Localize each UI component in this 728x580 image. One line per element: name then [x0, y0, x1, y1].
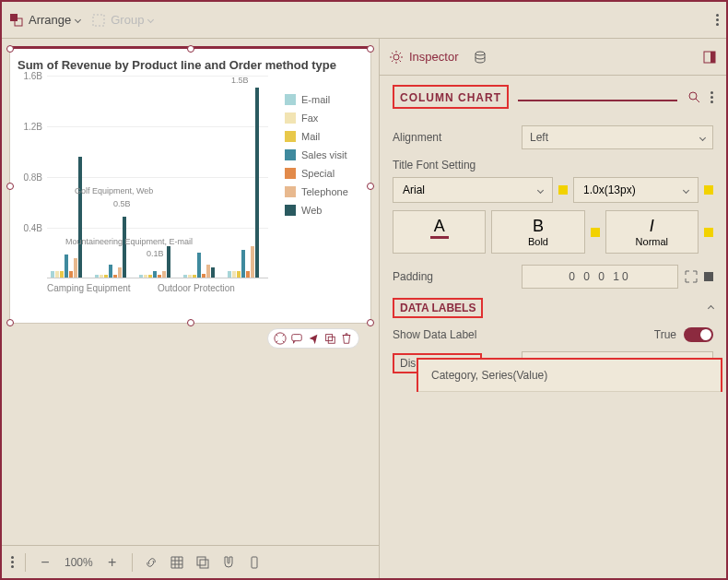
italic-button[interactable]: INormal [605, 210, 699, 254]
data-labels-section[interactable]: DATA LABELS [393, 298, 483, 318]
zoom-level: 100% [65, 556, 93, 569]
arrange-button[interactable]: Arrange [9, 13, 80, 28]
zoom-out-button[interactable]: − [37, 554, 53, 571]
resize-handle[interactable] [367, 183, 374, 190]
bar [228, 271, 231, 278]
bar [167, 246, 170, 278]
resize-handle[interactable] [367, 45, 374, 53]
panel-toggle-icon[interactable] [702, 50, 717, 65]
legend-label: Special [301, 168, 335, 179]
color-swatch[interactable] [591, 228, 600, 237]
database-icon[interactable] [473, 50, 487, 65]
bar [251, 246, 254, 278]
magnet-icon[interactable] [221, 555, 236, 570]
search-icon[interactable] [687, 89, 701, 104]
gear-icon [389, 50, 404, 65]
grid-icon[interactable] [170, 555, 184, 570]
bar [100, 275, 103, 278]
group-button[interactable]: Group [91, 13, 153, 28]
legend-label: Sales visit [301, 149, 347, 160]
bar [69, 271, 73, 278]
chevron-up-icon[interactable] [708, 304, 714, 311]
bar [153, 271, 157, 278]
svg-rect-8 [200, 560, 208, 568]
expand-icon[interactable] [684, 269, 699, 284]
chart-legend: E-mailFaxMailSales visitSpecialTelephone… [276, 76, 348, 315]
x-tick: Camping Equipment [47, 283, 158, 293]
font-family-select[interactable]: Arial [393, 177, 553, 203]
padding-input[interactable]: 0 0 0 10 [522, 265, 678, 289]
bar [139, 275, 143, 278]
delete-icon[interactable] [340, 332, 353, 345]
color-swatch[interactable] [704, 228, 713, 237]
layers-icon[interactable] [195, 555, 210, 570]
bar [118, 267, 122, 278]
bar [158, 275, 161, 278]
show-data-toggle[interactable] [684, 327, 713, 342]
canvas-footer: − 100% + [2, 545, 379, 578]
legend-label: Telephone [301, 186, 348, 197]
bar [241, 250, 245, 278]
arrange-label: Arrange [29, 13, 71, 27]
legend-label: Fax [301, 112, 318, 124]
color-swatch[interactable] [704, 185, 713, 195]
svg-rect-2 [93, 15, 104, 26]
svg-point-14 [689, 92, 697, 100]
expand-icon[interactable] [274, 332, 287, 345]
bar [109, 265, 112, 278]
bold-button[interactable]: BBold [491, 210, 584, 254]
bar [232, 271, 236, 278]
inspector-pane: Inspector COLUMN CHART Alignment Left [380, 39, 726, 578]
y-tick: 0.8B [23, 172, 42, 183]
data-label: 0.5B [113, 199, 131, 208]
resize-handle[interactable] [6, 183, 14, 190]
resize-handle[interactable] [6, 45, 14, 53]
resize-handle[interactable] [6, 319, 14, 326]
chart-title: Sum of Revenue by Product line and Order… [10, 49, 370, 76]
more-icon[interactable] [11, 556, 14, 568]
more-icon[interactable] [710, 91, 713, 103]
color-swatch[interactable] [558, 185, 568, 195]
share-icon[interactable] [307, 332, 320, 345]
comment-icon[interactable] [290, 332, 303, 345]
svg-rect-6 [328, 337, 335, 343]
alignment-select[interactable]: Left [522, 125, 713, 149]
svg-rect-9 [252, 557, 257, 568]
copy-icon[interactable] [323, 332, 336, 345]
device-icon[interactable] [247, 555, 262, 570]
show-data-value: True [654, 328, 676, 341]
bar [162, 271, 166, 278]
bar [113, 275, 117, 278]
bar [104, 275, 108, 278]
inspector-title: COLUMN CHART [400, 91, 501, 104]
bar [51, 271, 54, 278]
chart-plot: 1.6B1.2B0.8B0.4B 1.5BGolf Equipment, Web… [18, 76, 276, 315]
y-tick: 0.4B [23, 223, 42, 233]
legend-item: Telephone [285, 186, 348, 197]
bar [95, 275, 99, 278]
font-color-button[interactable]: A [393, 210, 486, 254]
resize-handle[interactable] [187, 45, 194, 53]
more-icon[interactable] [716, 14, 719, 26]
tab-inspector[interactable]: Inspector [389, 50, 458, 65]
resize-handle[interactable] [367, 319, 374, 326]
arrange-icon [9, 13, 24, 28]
svg-rect-4 [292, 335, 302, 341]
link-icon[interactable] [144, 555, 159, 570]
top-toolbar: Arrange Group [2, 2, 726, 39]
font-size-select[interactable]: 1.0x(13px) [573, 177, 699, 203]
alignment-label: Alignment [393, 131, 522, 144]
chart-widget[interactable]: Sum of Revenue by Product line and Order… [9, 46, 371, 324]
bar [193, 275, 196, 278]
bar [65, 254, 68, 278]
bar [60, 271, 64, 278]
bar [188, 275, 192, 278]
resize-handle[interactable] [187, 319, 194, 326]
canvas-pane: Sum of Revenue by Product line and Order… [2, 39, 380, 578]
bar [123, 217, 126, 278]
legend-item: Special [285, 168, 348, 179]
legend-swatch [285, 112, 296, 124]
dropdown-option[interactable]: Category, Series(Value) [418, 360, 721, 392]
zoom-in-button[interactable]: + [104, 554, 121, 571]
color-swatch[interactable] [704, 272, 713, 281]
